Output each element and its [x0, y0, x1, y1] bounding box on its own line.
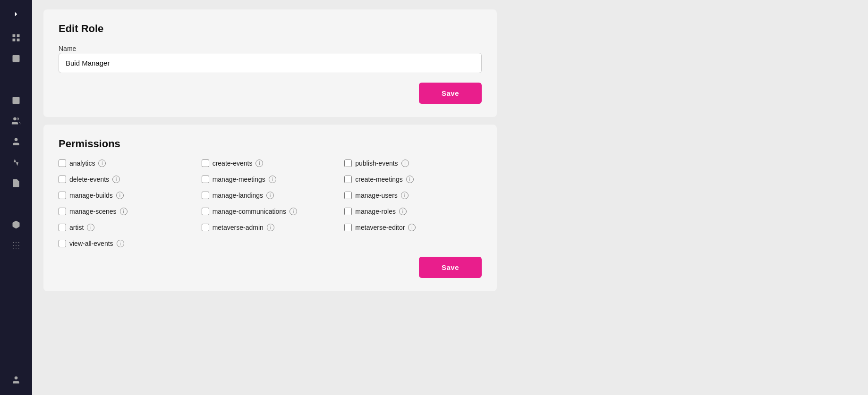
permission-label-manage-communications[interactable]: manage-communications: [213, 208, 286, 215]
sidebar-item-analytics[interactable]: [7, 194, 26, 213]
permission-checkbox-create-meetings[interactable]: [344, 176, 352, 183]
svg-point-22: [13, 245, 14, 246]
info-icon-create-events[interactable]: i: [255, 160, 263, 167]
permission-item-manage-users: manage-usersi: [344, 192, 482, 199]
info-icon-delete-events[interactable]: i: [112, 176, 120, 183]
permission-checkbox-publish-events[interactable]: [344, 160, 352, 167]
info-icon-metaverse-editor[interactable]: i: [408, 224, 416, 231]
sidebar-item-calendar[interactable]: [7, 91, 26, 109]
permission-label-metaverse-admin[interactable]: metaverse-admin: [213, 224, 264, 231]
permission-checkbox-manage-communications[interactable]: [202, 208, 209, 215]
svg-point-26: [18, 242, 19, 243]
info-icon-metaverse-admin[interactable]: i: [267, 224, 274, 231]
svg-point-21: [18, 245, 19, 246]
permission-checkbox-delete-events[interactable]: [59, 176, 66, 183]
permission-checkbox-manage-roles[interactable]: [344, 208, 352, 215]
info-icon-publish-events[interactable]: i: [401, 160, 409, 167]
permissions-title: Permissions: [59, 138, 482, 150]
permission-label-view-all-events[interactable]: view-all-events: [69, 240, 113, 247]
permission-checkbox-manage-scenes[interactable]: [59, 208, 66, 215]
permissions-grid: analyticsicreate-eventsipublish-eventsid…: [59, 160, 482, 247]
svg-rect-2: [13, 39, 16, 42]
sidebar-item-apps[interactable]: [7, 236, 26, 255]
permission-item-manage-roles: manage-rolesi: [344, 208, 482, 215]
permission-label-create-events[interactable]: create-events: [213, 160, 253, 167]
permission-item-delete-events: delete-eventsi: [59, 176, 196, 183]
permission-label-manage-roles[interactable]: manage-roles: [355, 208, 396, 215]
name-label: Name: [59, 45, 76, 52]
permission-checkbox-artist[interactable]: [59, 224, 66, 231]
sidebar-toggle[interactable]: [7, 6, 26, 23]
permission-label-manage-meetings[interactable]: manage-meetings: [213, 176, 265, 183]
sidebar-item-bar-chart[interactable]: [7, 70, 26, 89]
permissions-save-button[interactable]: Save: [419, 257, 482, 278]
sidebar-item-line-chart[interactable]: [7, 153, 26, 172]
info-icon-manage-users[interactable]: i: [401, 192, 408, 199]
permission-checkbox-manage-meetings[interactable]: [202, 176, 209, 183]
info-icon-create-meetings[interactable]: i: [406, 176, 414, 183]
permission-checkbox-metaverse-admin[interactable]: [202, 224, 209, 231]
svg-point-15: [15, 138, 18, 142]
permission-checkbox-manage-users[interactable]: [344, 192, 352, 199]
permission-label-manage-scenes[interactable]: manage-scenes: [69, 208, 117, 215]
permission-item-manage-scenes: manage-scenesi: [59, 208, 196, 215]
permission-checkbox-view-all-events[interactable]: [59, 240, 66, 247]
sidebar-item-file[interactable]: [7, 174, 26, 193]
permission-item-create-meetings: create-meetingsi: [344, 176, 482, 183]
permission-item-artist: artisti: [59, 224, 196, 231]
sidebar-item-gallery[interactable]: [7, 49, 26, 68]
permission-checkbox-create-events[interactable]: [202, 160, 209, 167]
svg-point-28: [18, 248, 19, 249]
permission-checkbox-metaverse-editor[interactable]: [344, 224, 352, 231]
permission-item-analytics: analyticsi: [59, 160, 196, 167]
info-icon-manage-scenes[interactable]: i: [120, 208, 128, 215]
permission-label-artist[interactable]: artist: [69, 224, 84, 231]
info-icon-manage-communications[interactable]: i: [289, 208, 297, 215]
permission-label-manage-builds[interactable]: manage-builds: [69, 192, 113, 199]
info-icon-manage-meetings[interactable]: i: [269, 176, 276, 183]
permission-label-analytics[interactable]: analytics: [69, 160, 95, 167]
permission-checkbox-manage-builds[interactable]: [59, 192, 66, 199]
sidebar-item-user[interactable]: [7, 132, 26, 151]
edit-role-save-button[interactable]: Save: [419, 83, 482, 104]
info-icon-view-all-events[interactable]: i: [117, 240, 124, 247]
permission-label-manage-landings[interactable]: manage-landings: [213, 192, 263, 199]
permission-label-metaverse-editor[interactable]: metaverse-editor: [355, 224, 405, 231]
info-icon-artist[interactable]: i: [87, 224, 94, 231]
permission-item-create-events: create-eventsi: [202, 160, 339, 167]
info-icon-manage-builds[interactable]: i: [116, 192, 124, 199]
permission-checkbox-manage-landings[interactable]: [202, 192, 209, 199]
sidebar-item-users[interactable]: [7, 111, 26, 130]
svg-rect-1: [17, 34, 20, 37]
svg-point-27: [13, 248, 14, 249]
permission-label-publish-events[interactable]: publish-events: [355, 160, 398, 167]
edit-role-title: Edit Role: [59, 23, 482, 35]
svg-point-29: [15, 377, 18, 380]
info-icon-manage-landings[interactable]: i: [266, 192, 274, 199]
permission-item-metaverse-admin: metaverse-admini: [202, 224, 339, 231]
permission-item-view-all-events: view-all-eventsi: [59, 240, 196, 247]
permission-item-manage-landings: manage-landingsi: [202, 192, 339, 199]
svg-point-14: [13, 118, 17, 121]
info-icon-analytics[interactable]: i: [98, 160, 106, 167]
info-icon-manage-roles[interactable]: i: [399, 208, 407, 215]
permission-label-manage-users[interactable]: manage-users: [355, 192, 398, 199]
svg-rect-0: [13, 34, 16, 37]
permission-item-manage-communications: manage-communicationsi: [202, 208, 339, 215]
svg-rect-10: [13, 97, 20, 104]
sidebar-item-account[interactable]: [7, 370, 26, 389]
sidebar: [0, 0, 32, 395]
permission-checkbox-analytics[interactable]: [59, 160, 66, 167]
permission-item-metaverse-editor: metaverse-editori: [344, 224, 482, 231]
sidebar-item-dashboard[interactable]: [7, 28, 26, 47]
svg-point-24: [16, 248, 17, 249]
sidebar-item-box[interactable]: [7, 215, 26, 234]
svg-point-5: [14, 57, 15, 58]
permission-item-publish-events: publish-eventsi: [344, 160, 482, 167]
permission-item-manage-meetings: manage-meetingsi: [202, 176, 339, 183]
svg-point-23: [16, 242, 17, 243]
role-name-input[interactable]: [59, 53, 482, 73]
permission-label-delete-events[interactable]: delete-events: [69, 176, 109, 183]
permission-label-create-meetings[interactable]: create-meetings: [355, 176, 402, 183]
svg-point-25: [13, 242, 14, 243]
